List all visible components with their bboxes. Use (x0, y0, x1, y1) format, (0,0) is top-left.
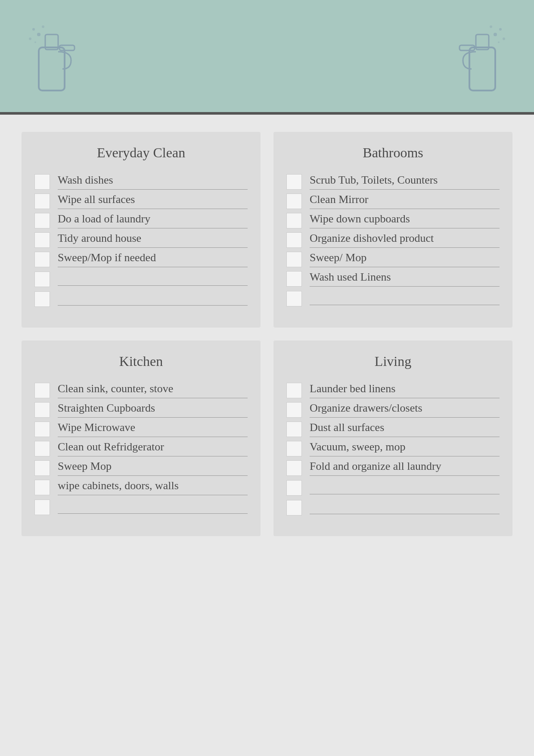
list-item: Wash dishes (34, 174, 248, 190)
section-everyday: Everyday CleanWash dishesWipe all surfac… (22, 132, 261, 328)
item-label: Scrub Tub, Toilets, Counters (310, 174, 438, 186)
checkbox[interactable] (34, 383, 50, 398)
empty-line (58, 501, 248, 514)
empty-list-item (286, 291, 500, 306)
list-item: Vacuum, sweep, mop (286, 440, 500, 456)
svg-point-3 (37, 33, 40, 36)
list-item: Clean Mirror (286, 193, 500, 209)
list-item: Do a load of laundry (34, 212, 248, 228)
section-living: LivingLaunder bed linensOrganize drawers… (273, 341, 512, 536)
item-label: Wash dishes (58, 174, 113, 186)
list-item: Clean sink, counter, stove (34, 382, 248, 398)
checkbox[interactable] (286, 402, 302, 418)
section-kitchen: KitchenClean sink, counter, stoveStraigh… (22, 341, 261, 536)
checkbox[interactable] (34, 194, 50, 209)
item-label: wipe cabinets, doors, walls (58, 479, 179, 492)
item-label: Wipe down cupboards (310, 212, 410, 225)
checkbox[interactable] (34, 500, 50, 515)
empty-list-item (286, 500, 500, 515)
checkbox[interactable] (286, 174, 302, 190)
item-label: Clean sink, counter, stove (58, 382, 173, 395)
checkbox[interactable] (34, 460, 50, 476)
svg-rect-8 (469, 47, 495, 91)
checkbox[interactable] (286, 480, 302, 496)
item-label: Organize dishovled product (310, 232, 434, 244)
svg-point-5 (42, 25, 44, 28)
section-title-kitchen: Kitchen (34, 353, 248, 369)
item-label: Vacuum, sweep, mop (310, 440, 405, 453)
item-label: Tidy around house (58, 232, 141, 244)
checkbox[interactable] (286, 460, 302, 476)
item-label: Wipe all surfaces (58, 193, 135, 206)
empty-line (310, 292, 500, 305)
list-item: Dust all surfaces (286, 421, 500, 437)
checkbox[interactable] (34, 402, 50, 418)
spray-bottle-right-icon (456, 9, 508, 97)
list-item: wipe cabinets, doors, walls (34, 479, 248, 495)
svg-point-4 (32, 28, 35, 31)
checkbox[interactable] (34, 213, 50, 228)
empty-line (310, 501, 500, 514)
checkbox[interactable] (34, 441, 50, 456)
checkbox[interactable] (286, 441, 302, 456)
checkbox[interactable] (286, 422, 302, 437)
svg-point-13 (490, 25, 492, 28)
checkbox[interactable] (286, 194, 302, 209)
item-label: Wash used Linens (310, 271, 391, 283)
list-item: Clean out Refridgerator (34, 440, 248, 456)
empty-line (58, 293, 248, 306)
checkbox[interactable] (286, 383, 302, 398)
list-item: Sweep/Mop if needed (34, 251, 248, 267)
svg-point-12 (499, 28, 502, 31)
svg-point-11 (494, 33, 497, 36)
checkbox[interactable] (34, 174, 50, 190)
svg-point-7 (34, 41, 36, 43)
list-item: Tidy around house (34, 232, 248, 248)
svg-point-6 (29, 37, 31, 40)
empty-list-item (34, 500, 248, 515)
item-label: Clean Mirror (310, 193, 368, 206)
svg-point-15 (498, 41, 500, 43)
item-label: Launder bed linens (310, 382, 395, 395)
checkbox[interactable] (286, 252, 302, 267)
list-item: Fold and organize all laundry (286, 460, 500, 476)
checkbox[interactable] (286, 291, 302, 306)
section-title-everyday: Everyday Clean (34, 145, 248, 161)
section-bathrooms: BathroomsScrub Tub, Toilets, CountersCle… (273, 132, 512, 328)
checkbox[interactable] (286, 213, 302, 228)
list-item: Scrub Tub, Toilets, Counters (286, 174, 500, 190)
item-label: Dust all surfaces (310, 421, 384, 434)
list-item: Wipe Microwave (34, 421, 248, 437)
section-title-bathrooms: Bathrooms (286, 145, 500, 161)
checkbox[interactable] (286, 232, 302, 248)
list-item: Straighten Cupboards (34, 402, 248, 418)
list-item: Organize drawers/closets (286, 402, 500, 418)
main-content: Everyday CleanWash dishesWipe all surfac… (0, 115, 534, 553)
item-label: Sweep/Mop if needed (58, 251, 156, 264)
checkbox[interactable] (34, 272, 50, 287)
section-title-living: Living (286, 353, 500, 369)
list-item: Wash used Linens (286, 271, 500, 287)
checkbox[interactable] (286, 500, 302, 515)
item-label: Straighten Cupboards (58, 402, 155, 414)
list-item: Sweep Mop (34, 460, 248, 476)
list-item: Launder bed linens (286, 382, 500, 398)
list-item: Sweep/ Mop (286, 251, 500, 267)
empty-list-item (34, 272, 248, 287)
item-label: Clean out Refridgerator (58, 440, 164, 453)
checkbox[interactable] (34, 232, 50, 248)
checkbox[interactable] (34, 252, 50, 267)
empty-line (310, 481, 500, 494)
item-label: Sweep/ Mop (310, 251, 366, 264)
empty-list-item (34, 291, 248, 307)
checkbox[interactable] (286, 271, 302, 287)
empty-line (58, 273, 248, 286)
item-label: Do a load of laundry (58, 212, 150, 225)
checkbox[interactable] (34, 422, 50, 437)
spray-bottle-left-icon (26, 9, 78, 97)
item-label: Organize drawers/closets (310, 402, 422, 414)
item-label: Sweep Mop (58, 460, 112, 472)
checkbox[interactable] (34, 480, 50, 495)
checkbox[interactable] (34, 291, 50, 307)
svg-point-14 (503, 37, 505, 40)
